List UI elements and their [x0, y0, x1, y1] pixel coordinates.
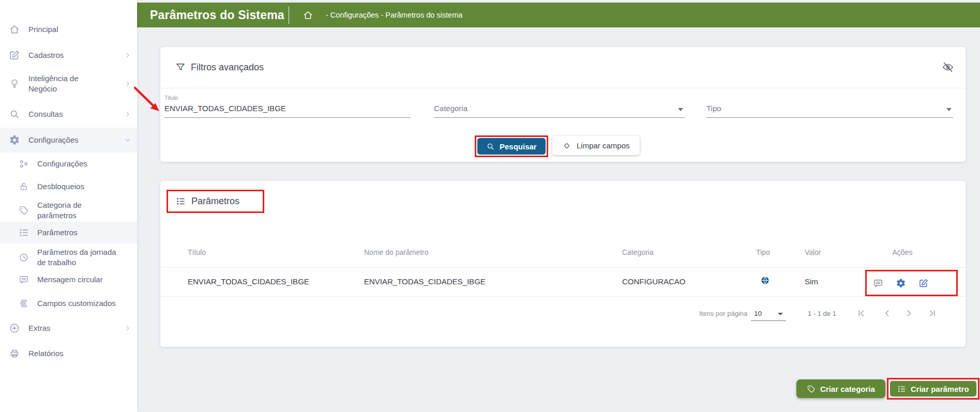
gear-icon	[9, 134, 20, 146]
sidebar-item-consultas[interactable]: Consultas	[0, 104, 137, 125]
chevron-right-icon	[124, 324, 132, 332]
sidebar-item-configuracoes[interactable]: Configurações	[0, 128, 137, 152]
clear-fields-button[interactable]: Limpar campos	[552, 136, 640, 155]
sidebar-subitem-label: Desbloqueios	[37, 181, 84, 192]
search-icon	[9, 109, 20, 120]
first-page-icon[interactable]	[856, 309, 866, 318]
header-separator	[289, 6, 289, 24]
sidebar-item-inteligencia-de-negocio[interactable]: Inteligência de Negócio	[0, 72, 137, 96]
column-header-acoes: Ações	[877, 248, 928, 256]
search-button[interactable]: Pesquisar	[477, 138, 546, 155]
list-icon	[19, 227, 29, 238]
titulo-field-label: Titulo	[164, 95, 411, 102]
column-header-valor: Valor	[805, 248, 821, 256]
layers-icon	[19, 298, 29, 309]
tipo-select[interactable]	[706, 104, 953, 118]
gear-icon[interactable]	[896, 278, 906, 288]
sidebar-subitem-categoria-de-parametros[interactable]: Categoria de parâmetros	[0, 199, 137, 222]
sidebar-item-label: Inteligência de Negócio	[28, 73, 86, 94]
home-icon	[9, 24, 20, 35]
sidebar-item-label: Consultas	[28, 109, 63, 119]
previous-page-icon[interactable]	[882, 309, 892, 318]
cell-titulo: ENVIAR_TODAS_CIDADES_IBGE	[188, 277, 309, 286]
next-page-icon[interactable]	[904, 309, 914, 318]
edit-icon[interactable]	[918, 278, 929, 288]
items-per-page-select[interactable]: 10	[751, 308, 786, 321]
sidebar-subitem-mensagem-circular[interactable]: Mensagem circular	[0, 269, 137, 290]
filters-divider	[160, 88, 966, 88]
dropdown-arrow-icon	[946, 108, 952, 111]
app-root: Principal Cadastros Inteligência de Negó…	[0, 0, 980, 412]
actions-annotation-box	[865, 270, 958, 296]
breadcrumb: - Configurações - Parâmetros do sistema	[326, 11, 462, 19]
parameters-title: Parâmetros	[191, 196, 239, 207]
sidebar-subitem-label: Parâmetros da jornada de trabalho	[37, 247, 119, 268]
sidebar-subitem-label: Configurações	[37, 159, 87, 169]
create-category-button[interactable]: Criar categoria	[796, 379, 885, 398]
create-parameter-button[interactable]: Criar parâmetro	[890, 381, 976, 396]
search-icon	[486, 142, 495, 151]
sidebar-subitem-parametros[interactable]: Parâmetros	[0, 222, 137, 243]
cell-nome: ENVIAR_TODAS_CIDADES_IBGE	[364, 277, 486, 286]
categoria-select[interactable]	[434, 104, 685, 118]
sidebar-item-relatorios[interactable]: Relatórios	[0, 343, 137, 364]
column-header-categoria: Categoria	[622, 248, 654, 256]
sidebar-subitem-desbloqueios[interactable]: Desbloqueios	[0, 176, 137, 197]
tag-icon	[807, 385, 816, 393]
report-icon	[9, 348, 20, 359]
sidebar-subitem-label: Mensagem circular	[37, 274, 103, 285]
sidebar: Principal Cadastros Inteligência de Negó…	[0, 0, 137, 412]
create-parameter-label: Criar parâmetro	[911, 385, 969, 393]
sidebar-item-label: Cadastros	[28, 50, 64, 60]
sidebar-subitem-campos-customizados[interactable]: Campos customizados	[0, 293, 137, 314]
dropdown-arrow-icon	[778, 313, 783, 315]
sidebar-subitem-parametros-da-jornada[interactable]: Parâmetros da jornada de trabalho	[0, 246, 137, 269]
table-divider	[160, 296, 966, 297]
titulo-input[interactable]	[164, 104, 411, 118]
sidebar-subitem-label: Campos customizados	[37, 298, 116, 309]
parameters-title-annotation-box: Parâmetros	[167, 190, 264, 213]
comment-icon[interactable]	[873, 278, 883, 288]
nodes-icon	[19, 159, 29, 169]
sidebar-item-label: Extras	[28, 323, 51, 333]
sidebar-item-cadastros[interactable]: Cadastros	[0, 45, 137, 66]
search-button-label: Pesquisar	[500, 142, 537, 151]
pagination-range: 1 - 1 de 1	[808, 310, 836, 317]
filters-title: Filtros avançados	[191, 62, 264, 73]
cell-categoria: CONFIGURACAO	[622, 277, 686, 286]
categoria-field[interactable]	[434, 95, 685, 118]
filter-funnel-icon	[175, 62, 186, 72]
parameters-card: Parâmetros Título Nome do parâmetro Cate…	[160, 181, 966, 347]
plus-circle-icon	[9, 323, 20, 334]
bulb-icon	[9, 78, 20, 89]
create-category-label: Criar categoria	[820, 385, 875, 393]
table-divider	[160, 267, 966, 268]
clear-button-label: Limpar campos	[577, 141, 630, 150]
list-icon	[176, 196, 186, 206]
sidebar-item-label: Configurações	[28, 135, 79, 145]
sidebar-subitem-configuracoes[interactable]: Configurações	[0, 154, 137, 174]
sidebar-item-extras[interactable]: Extras	[0, 318, 137, 339]
sidebar-item-label: Relatórios	[28, 348, 64, 359]
cell-valor: Sim	[805, 277, 818, 286]
items-per-page-value: 10	[754, 310, 762, 317]
clock-icon	[19, 252, 29, 263]
unlock-icon	[19, 181, 29, 192]
top-header-bar: Parâmetros do Sistema - Configurações - …	[137, 3, 980, 27]
chevron-right-icon	[124, 110, 132, 118]
filters-card: Filtros avançados Titulo Pesquisar Limpa…	[160, 47, 966, 162]
last-page-icon[interactable]	[928, 309, 937, 318]
sidebar-item-label: Principal	[28, 24, 58, 35]
sidebar-item-principal[interactable]: Principal	[0, 19, 137, 40]
create-parameter-annotation-box: Criar parâmetro	[887, 378, 979, 400]
column-header-nome: Nome do parâmetro	[364, 248, 429, 256]
globe-icon	[760, 276, 770, 285]
items-per-page-label: Itens por página	[699, 310, 747, 317]
sidebar-subitem-label: Categoria de parâmetros	[37, 200, 90, 221]
chevron-down-icon	[124, 136, 132, 144]
titulo-field: Titulo	[164, 95, 411, 118]
home-breadcrumb-icon[interactable]	[303, 10, 313, 21]
eraser-icon	[562, 141, 571, 150]
eye-off-icon[interactable]	[942, 61, 954, 73]
tipo-field[interactable]	[706, 95, 953, 118]
